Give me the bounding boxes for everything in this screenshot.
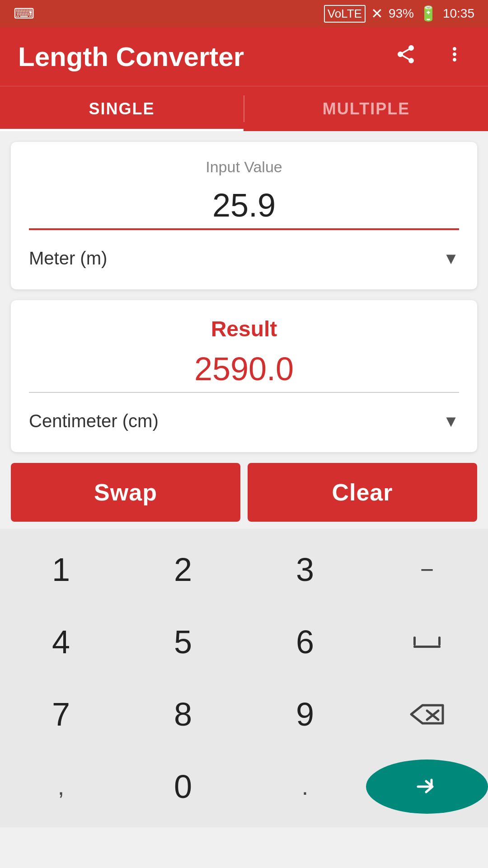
more-vert-icon (444, 43, 465, 65)
key-enter[interactable] (366, 760, 488, 814)
signal-x-icon: ✕ (371, 5, 383, 22)
svg-rect-2 (438, 637, 441, 646)
backspace-icon (407, 701, 447, 728)
tabs: SINGLE MULTIPLE (0, 86, 488, 131)
status-bar: ⌨ VoLTE ✕ 93% 🔋 10:35 (0, 0, 488, 27)
share-button[interactable] (390, 39, 421, 75)
space-icon (411, 633, 443, 651)
key-1[interactable]: 1 (0, 533, 122, 606)
key-8[interactable]: 8 (122, 678, 244, 750)
numpad-row-2: 4 5 6 (0, 606, 488, 678)
numpad-row-3: 7 8 9 (0, 678, 488, 750)
input-unit-dropdown[interactable]: Meter (m) ▼ (29, 244, 459, 273)
app-bar-actions (390, 39, 470, 75)
key-comma[interactable]: , (0, 773, 122, 800)
numpad: 1 2 3 − 4 5 6 7 8 9 , 0 (0, 529, 488, 827)
clear-button[interactable]: Clear (248, 463, 477, 522)
swap-button[interactable]: Swap (11, 463, 240, 522)
result-value: 2590.0 (29, 350, 459, 393)
input-card: Input Value Meter (m) ▼ (11, 142, 477, 289)
key-backspace[interactable] (366, 678, 488, 750)
input-field[interactable] (29, 187, 459, 230)
enter-icon (413, 773, 441, 800)
key-0[interactable]: 0 (122, 768, 244, 805)
share-icon (395, 43, 417, 65)
network-indicator: VoLTE (324, 5, 366, 23)
key-space[interactable] (366, 606, 488, 678)
status-icons: VoLTE ✕ 93% 🔋 10:35 (324, 5, 474, 23)
numpad-row-4: , 0 . (0, 750, 488, 823)
result-unit-label: Centimeter (cm) (29, 411, 159, 431)
main-content: Input Value Meter (m) ▼ Result 2590.0 Ce… (0, 131, 488, 452)
tab-single[interactable]: SINGLE (0, 86, 244, 131)
svg-rect-0 (413, 646, 441, 648)
key-4[interactable]: 4 (0, 606, 122, 678)
enter-wrapper (366, 760, 488, 814)
status-bar-left: ⌨ (14, 5, 317, 22)
key-7[interactable]: 7 (0, 678, 122, 750)
clock: 10:35 (443, 6, 474, 21)
battery-icon: 🔋 (419, 5, 437, 22)
numpad-row-1: 1 2 3 − (0, 533, 488, 606)
app-title: Length Converter (18, 41, 390, 72)
key-9[interactable]: 9 (244, 678, 366, 750)
battery-level: 93% (389, 6, 414, 21)
app-bar: Length Converter (0, 27, 488, 86)
result-unit-arrow-icon: ▼ (443, 412, 459, 431)
result-label: Result (29, 316, 459, 341)
result-card: Result 2590.0 Centimeter (cm) ▼ (11, 300, 477, 452)
tab-multiple[interactable]: MULTIPLE (244, 86, 488, 131)
key-5[interactable]: 5 (122, 606, 244, 678)
svg-rect-1 (413, 637, 416, 646)
key-dot[interactable]: . (244, 773, 366, 800)
input-unit-arrow-icon: ▼ (443, 249, 459, 268)
key-minus[interactable]: − (366, 533, 488, 606)
key-2[interactable]: 2 (122, 533, 244, 606)
key-6[interactable]: 6 (244, 606, 366, 678)
keyboard-icon: ⌨ (14, 5, 34, 22)
key-3[interactable]: 3 (244, 533, 366, 606)
input-unit-label: Meter (m) (29, 248, 107, 269)
input-card-label: Input Value (29, 158, 459, 176)
more-menu-button[interactable] (439, 39, 470, 75)
result-unit-dropdown[interactable]: Centimeter (cm) ▼ (29, 406, 459, 436)
action-buttons: Swap Clear (0, 463, 488, 522)
